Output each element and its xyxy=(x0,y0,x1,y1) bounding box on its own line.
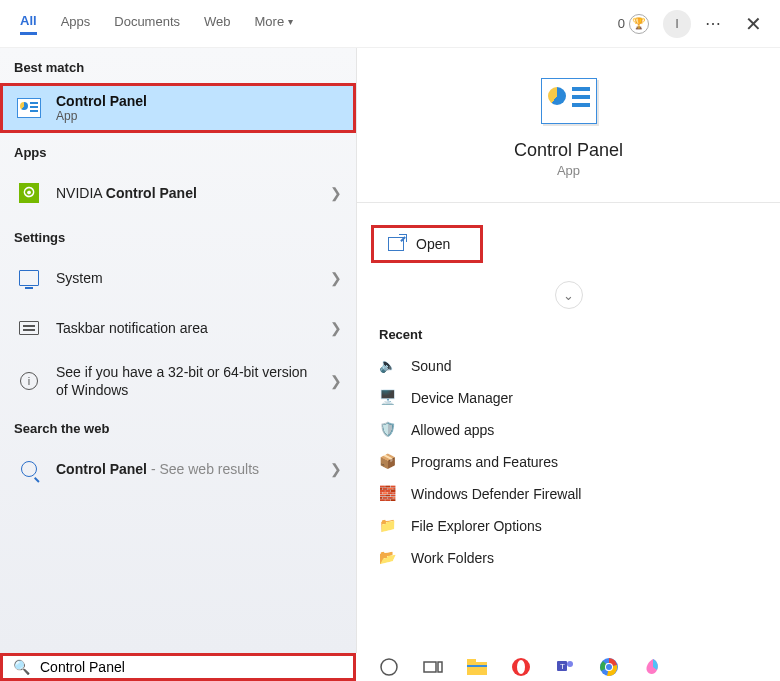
taskbar-pinned: T xyxy=(356,656,664,678)
taskbar-search[interactable]: 🔍 xyxy=(0,653,356,681)
folder-options-icon: 📁 xyxy=(379,517,397,535)
svg-rect-5 xyxy=(467,665,487,667)
chrome-icon[interactable] xyxy=(598,656,620,678)
search-body: Best match Control Panel App Apps ⦿ NVID… xyxy=(0,48,780,653)
chevron-right-icon: ❯ xyxy=(330,185,342,201)
recent-label: Sound xyxy=(411,358,451,374)
recent-label: File Explorer Options xyxy=(411,518,542,534)
cortana-icon[interactable] xyxy=(378,656,400,678)
chevron-right-icon: ❯ xyxy=(330,320,342,336)
more-options-button[interactable]: ⋯ xyxy=(705,14,723,33)
preview-subtitle: App xyxy=(377,163,760,178)
expand-button[interactable]: ⌄ xyxy=(555,281,583,309)
firewall-icon: 🧱 xyxy=(379,485,397,503)
search-icon xyxy=(14,454,44,484)
preview-title: Control Panel xyxy=(377,140,760,161)
recent-sound[interactable]: 🔈 Sound xyxy=(357,350,780,382)
search-header: All Apps Documents Web More ▾ 0 🏆 I ⋯ ✕ xyxy=(0,0,780,48)
recent-device-manager[interactable]: 🖥️ Device Manager xyxy=(357,382,780,414)
chevron-right-icon: ❯ xyxy=(330,373,342,389)
trophy-icon: 🏆 xyxy=(629,14,649,34)
app-result-nvidia[interactable]: ⦿ NVIDIA Control Panel ❯ xyxy=(0,168,356,218)
recent-label: Programs and Features xyxy=(411,454,558,470)
recent-label: Windows Defender Firewall xyxy=(411,486,581,502)
tab-more-label: More xyxy=(255,14,285,29)
section-best-match: Best match xyxy=(0,48,356,83)
settings-label: System xyxy=(56,270,318,286)
section-settings: Settings xyxy=(0,218,356,253)
web-result[interactable]: Control Panel - See web results ❯ xyxy=(0,444,356,494)
chevron-right-icon: ❯ xyxy=(330,270,342,286)
info-icon: i xyxy=(14,366,44,396)
search-input[interactable] xyxy=(40,659,343,675)
box-icon: 📦 xyxy=(379,453,397,471)
tab-more[interactable]: More ▾ xyxy=(255,13,294,35)
rewards-button[interactable]: 0 🏆 xyxy=(618,14,649,34)
rewards-count: 0 xyxy=(618,16,625,31)
svg-point-9 xyxy=(567,661,573,667)
svg-text:T: T xyxy=(560,662,565,671)
settings-result-taskbar-area[interactable]: Taskbar notification area ❯ xyxy=(0,303,356,353)
open-action[interactable]: Open xyxy=(371,225,483,263)
tab-all[interactable]: All xyxy=(20,13,37,35)
recent-allowed-apps[interactable]: 🛡️ Allowed apps xyxy=(357,414,780,446)
svg-rect-4 xyxy=(467,659,476,664)
settings-result-system[interactable]: System ❯ xyxy=(0,253,356,303)
close-button[interactable]: ✕ xyxy=(737,12,770,36)
best-match-subtitle: App xyxy=(56,109,147,123)
svg-rect-2 xyxy=(438,662,442,672)
tab-apps[interactable]: Apps xyxy=(61,13,91,35)
divider xyxy=(357,202,780,203)
app-result-label: NVIDIA Control Panel xyxy=(56,185,318,201)
open-icon xyxy=(388,237,404,251)
results-pane: Best match Control Panel App Apps ⦿ NVID… xyxy=(0,48,356,653)
search-icon: 🔍 xyxy=(13,659,30,675)
tab-web[interactable]: Web xyxy=(204,13,231,35)
recent-file-explorer-options[interactable]: 📁 File Explorer Options xyxy=(357,510,780,542)
best-match-result[interactable]: Control Panel App xyxy=(0,83,356,133)
taskbar-icon xyxy=(14,313,44,343)
open-label: Open xyxy=(416,236,450,252)
speaker-icon: 🔈 xyxy=(379,357,397,375)
taskbar: 🔍 T xyxy=(0,653,780,681)
recent-label: Allowed apps xyxy=(411,422,494,438)
control-panel-icon-large xyxy=(541,78,597,124)
recent-programs-features[interactable]: 📦 Programs and Features xyxy=(357,446,780,478)
settings-label: See if you have a 32-bit or 64-bit versi… xyxy=(56,363,318,399)
account-avatar[interactable]: I xyxy=(663,10,691,38)
shield-icon: 🛡️ xyxy=(379,421,397,439)
settings-result-arch[interactable]: i See if you have a 32-bit or 64-bit ver… xyxy=(0,353,356,409)
web-result-label: Control Panel - See web results xyxy=(56,461,318,477)
settings-label: Taskbar notification area xyxy=(56,320,318,336)
best-match-text: Control Panel App xyxy=(56,93,147,123)
file-explorer-icon[interactable] xyxy=(466,656,488,678)
chevron-right-icon: ❯ xyxy=(330,461,342,477)
paint-icon[interactable] xyxy=(642,656,664,678)
recent-label: Work Folders xyxy=(411,550,494,566)
opera-icon[interactable] xyxy=(510,656,532,678)
chevron-down-icon: ▾ xyxy=(288,16,293,27)
best-match-title: Control Panel xyxy=(56,93,147,109)
svg-point-14 xyxy=(606,664,612,670)
scope-tabs: All Apps Documents Web More ▾ xyxy=(20,13,293,35)
folder-icon: 📂 xyxy=(379,549,397,567)
section-apps: Apps xyxy=(0,133,356,168)
recent-header: Recent xyxy=(357,323,780,350)
preview-hero: Control Panel App xyxy=(357,48,780,198)
svg-point-0 xyxy=(381,659,397,675)
svg-rect-1 xyxy=(424,662,436,672)
nvidia-icon: ⦿ xyxy=(14,178,44,208)
recent-work-folders[interactable]: 📂 Work Folders xyxy=(357,542,780,574)
svg-point-7 xyxy=(517,660,525,674)
header-actions: 0 🏆 I ⋯ ✕ xyxy=(618,10,770,38)
task-view-icon[interactable] xyxy=(422,656,444,678)
device-icon: 🖥️ xyxy=(379,389,397,407)
recent-label: Device Manager xyxy=(411,390,513,406)
monitor-icon xyxy=(14,263,44,293)
recent-firewall[interactable]: 🧱 Windows Defender Firewall xyxy=(357,478,780,510)
teams-icon[interactable]: T xyxy=(554,656,576,678)
section-search-web: Search the web xyxy=(0,409,356,444)
preview-pane: Control Panel App Open ⌄ Recent 🔈 Sound … xyxy=(356,48,780,653)
control-panel-icon xyxy=(14,93,44,123)
tab-documents[interactable]: Documents xyxy=(114,13,180,35)
